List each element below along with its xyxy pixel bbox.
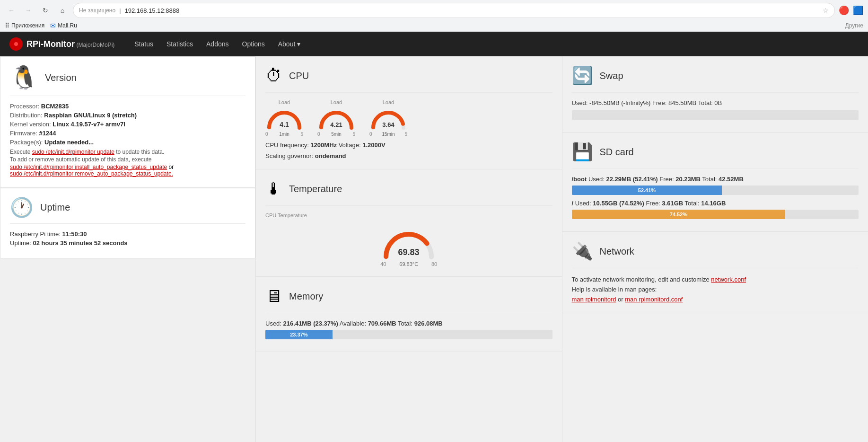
nav-about[interactable]: About ▾	[272, 34, 306, 54]
middle-column: ⏱ CPU Load 4.1 0 1min 5	[255, 56, 562, 442]
memory-info-row: Used: 216.41MB (23.37%) Available: 709.6…	[265, 320, 552, 327]
version-panel: 🐧 Version Processor: BCM2835 Distributio…	[0, 56, 255, 188]
cpu-header: ⏱ CPU	[265, 66, 552, 86]
network-info: To activate network monitoring, edit and…	[572, 275, 859, 304]
left-column: 🐧 Version Processor: BCM2835 Distributio…	[0, 56, 255, 442]
clock-icon: 🕐	[10, 198, 34, 217]
sdcard-title: SD card	[600, 147, 634, 158]
network-title: Network	[600, 246, 634, 257]
temp-gauge-container: 69.83 40 69.83°C 80	[265, 221, 552, 267]
swap-header: 🔄 Swap	[572, 66, 859, 86]
remove-auto-link[interactable]: sudo /etc/init.d/rpimonitor remove_auto_…	[10, 170, 173, 177]
nav-addons[interactable]: Addons	[201, 34, 234, 54]
memory-bar: 23.37%	[265, 330, 333, 339]
sdcard-section: 💾 SD card /boot Used: 22.29MB (52.41%) F…	[562, 133, 868, 232]
version-header: 🐧 Version	[10, 66, 245, 89]
processor-row: Processor: BCM2835	[10, 103, 245, 110]
mail-icon: ✉	[50, 22, 56, 29]
gauge-svg-5min: 4.21	[317, 107, 355, 131]
apps-icon: ⠿	[5, 22, 9, 29]
swap-info-row: Used: -845.50MB (-Infinity%) Free: 845.5…	[572, 99, 859, 106]
svg-text:69.83: 69.83	[398, 248, 420, 257]
uptime-header: 🕐 Uptime	[10, 198, 245, 217]
svg-text:4.1: 4.1	[280, 121, 289, 128]
bookmarks-bar: ⠿ Приложения ✉ Mail.Ru Другие	[0, 21, 868, 31]
address-text: 192.168.15.12:8888	[125, 7, 819, 14]
swap-title: Swap	[600, 71, 623, 81]
navbar: RPi-Monitor (MajorDoMoPi) Status Statist…	[0, 32, 868, 56]
temp-header: 🌡 Temperature	[265, 179, 552, 199]
cpu-icon: ⏱	[265, 66, 282, 86]
swap-progress	[572, 110, 859, 120]
temp-gauge-label: CPU Temperature	[265, 212, 552, 218]
cpu-freq-row: CPU frequency: 1200MHz Voltage: 1.2000V	[265, 141, 552, 149]
thermometer-icon: 🌡	[265, 179, 282, 199]
reload-button[interactable]: ↻	[39, 4, 52, 17]
firmware-row: Firmware: #1244	[10, 130, 245, 137]
swap-icon: 🔄	[572, 66, 593, 86]
boot-progress: 52.41%	[572, 186, 859, 195]
svg-point-1	[14, 42, 18, 46]
swap-section: 🔄 Swap Used: -845.50MB (-Infinity%) Free…	[562, 56, 868, 133]
mail-bookmark[interactable]: ✉ Mail.Ru	[50, 22, 77, 29]
version-title: Version	[45, 72, 77, 83]
cpu-scaling-row: Scaling governor: ondemand	[265, 152, 552, 159]
memory-title: Memory	[289, 291, 323, 302]
nav-links: Status Statistics Addons Options About ▾	[129, 34, 306, 54]
cpu-gauge-15min: Load 3.64 0 15min 5	[369, 99, 407, 137]
others-label: Другие	[845, 22, 863, 29]
kernel-row: Kernel version: Linux 4.19.57-v7+ armv7l	[10, 121, 245, 128]
memory-progress: 23.37%	[265, 330, 552, 339]
cpu-gauge-5min: Load 4.21 0 5min 5	[317, 99, 355, 137]
nav-status[interactable]: Status	[129, 34, 159, 54]
forward-button[interactable]: →	[22, 4, 35, 17]
security-label: Не защищено	[79, 7, 115, 14]
sdcard-header: 💾 SD card	[572, 142, 859, 162]
install-auto-link[interactable]: sudo /etc/init.d/rpimonitor install_auto…	[10, 164, 167, 170]
root-info: / Used: 10.55GB (74.52%) Free: 3.61GB To…	[572, 200, 859, 207]
gauge-svg-1min: 4.1	[265, 107, 303, 131]
svg-text:4.21: 4.21	[330, 121, 342, 128]
cpu-title: CPU	[289, 71, 309, 81]
temp-gauge-svg: 69.83	[380, 226, 437, 261]
temperature-section: 🌡 Temperature CPU Temperature 69.83 40 6…	[256, 169, 562, 277]
right-column: 🔄 Swap Used: -845.50MB (-Infinity%) Free…	[562, 56, 868, 442]
uptime-row: Uptime: 02 hours 35 minutes 52 seconds	[10, 239, 245, 247]
browser-chrome: ← → ↻ ⌂ Не защищено | 192.168.15.12:8888…	[0, 0, 868, 32]
memory-icon: 🖥	[265, 286, 282, 306]
svg-text:3.64: 3.64	[382, 121, 395, 128]
tux-icon: 🐧	[10, 66, 38, 89]
address-bar[interactable]: Не защищено | 192.168.15.12:8888 ☆	[73, 3, 835, 18]
profile-icon-red: 🔴	[839, 5, 849, 16]
root-bar: 74.52%	[572, 210, 786, 219]
boot-info: /boot Used: 22.29MB (52.41%) Free: 20.23…	[572, 176, 859, 183]
packages-row: Package(s): Update needed...	[10, 139, 245, 146]
root-progress: 74.52%	[572, 210, 859, 219]
network-header: 🔌 Network	[572, 241, 859, 261]
update-link[interactable]: sudo /etc/init.d/rpimonitor update	[32, 149, 114, 155]
uptime-panel: 🕐 Uptime Raspberry Pi time: 11:50:30 Upt…	[0, 188, 255, 258]
brand-text: RPi-Monitor (MajorDoMoPi)	[26, 39, 114, 49]
boot-bar: 52.41%	[572, 186, 722, 195]
memory-header: 🖥 Memory	[265, 286, 552, 306]
home-button[interactable]: ⌂	[56, 4, 69, 17]
memory-section: 🖥 Memory Used: 216.41MB (23.37%) Availab…	[256, 277, 562, 352]
brand-icon	[9, 37, 23, 51]
apps-bookmark[interactable]: ⠿ Приложения	[5, 22, 44, 29]
cpu-section: ⏱ CPU Load 4.1 0 1min 5	[256, 56, 562, 169]
network-conf-link[interactable]: network.conf	[711, 276, 746, 283]
brand: RPi-Monitor (MajorDoMoPi)	[9, 37, 114, 51]
nav-statistics[interactable]: Statistics	[161, 34, 199, 54]
network-section: 🔌 Network To activate network monitoring…	[562, 232, 868, 314]
gauge-svg-15min: 3.64	[369, 107, 407, 131]
back-button[interactable]: ←	[5, 4, 18, 17]
temp-title: Temperature	[289, 184, 342, 194]
nav-options[interactable]: Options	[237, 34, 271, 54]
man-conf-link[interactable]: man rpimonitord.conf	[625, 296, 683, 303]
star-icon[interactable]: ☆	[823, 7, 829, 14]
man-rpimonitord-link[interactable]: man rpimonitord	[572, 296, 616, 303]
sdcard-icon: 💾	[572, 142, 593, 162]
cpu-gauge-1min: Load 4.1 0 1min 5	[265, 99, 303, 137]
uptime-title: Uptime	[40, 202, 70, 213]
profile-icon-blue: 🟦	[853, 5, 863, 16]
